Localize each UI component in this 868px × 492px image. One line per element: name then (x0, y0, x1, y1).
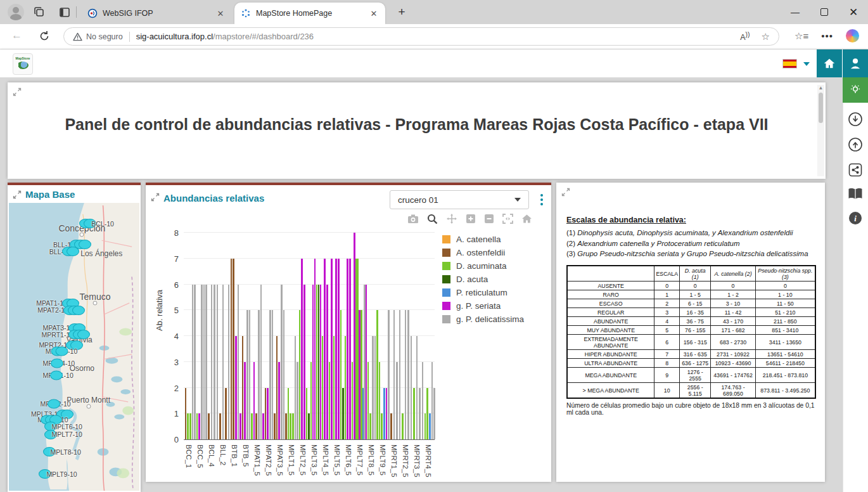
bar[interactable] (381, 413, 383, 439)
bar[interactable] (281, 285, 283, 440)
info-icon[interactable]: i (843, 205, 868, 231)
bar[interactable] (267, 388, 269, 440)
read-aloud-icon[interactable]: A)) (740, 31, 750, 42)
station-point-icon[interactable] (50, 371, 63, 380)
bar[interactable] (283, 310, 285, 439)
window-close-button[interactable]: ✕ (839, 0, 868, 24)
station-marker[interactable]: BLL-6 (49, 247, 79, 256)
window-maximize-button[interactable] (810, 0, 839, 24)
mapstore-logo[interactable]: MapStore (13, 53, 33, 75)
language-flag-spain[interactable] (782, 59, 797, 68)
bar[interactable] (374, 336, 376, 439)
bar[interactable] (231, 259, 233, 439)
expand-icon[interactable] (13, 87, 22, 96)
station-marker[interactable]: MPLT8-10 (43, 447, 81, 456)
bar[interactable] (235, 336, 237, 439)
station-point-icon[interactable] (67, 247, 79, 256)
legend-item[interactable]: g. P. delicatissima (442, 314, 539, 324)
bar[interactable] (225, 388, 227, 440)
bar[interactable] (342, 388, 344, 440)
station-marker[interactable]: MPRT3-10 (46, 347, 78, 355)
bar[interactable] (278, 362, 280, 439)
bar[interactable] (211, 285, 213, 440)
bar[interactable] (424, 413, 426, 439)
station-point-icon[interactable] (72, 306, 85, 315)
reset-home-icon[interactable] (521, 214, 532, 224)
legend-item[interactable]: D. acuta (442, 275, 539, 284)
bar[interactable] (396, 362, 398, 439)
bar[interactable] (335, 259, 337, 439)
legend-item[interactable]: A. ostenfeldii (442, 248, 539, 257)
legend-item[interactable]: g. P. seriata (442, 301, 539, 311)
station-point-icon[interactable] (51, 359, 63, 368)
bar[interactable] (185, 388, 187, 440)
station-marker[interactable]: MPRT1-10 (42, 330, 91, 339)
station-point-icon[interactable] (56, 347, 68, 356)
camera-icon[interactable] (407, 214, 419, 224)
bar[interactable] (260, 285, 262, 440)
bar[interactable] (390, 413, 392, 439)
copilot-icon[interactable] (846, 29, 859, 42)
bar[interactable] (376, 310, 378, 439)
bar[interactable] (399, 310, 401, 439)
browser-profile-avatar[interactable] (8, 4, 24, 20)
bar[interactable] (431, 362, 433, 439)
station-point-icon[interactable] (48, 399, 60, 408)
bar[interactable] (369, 413, 371, 439)
home-button[interactable] (817, 49, 842, 77)
station-marker[interactable]: MPLT2-10 (40, 400, 70, 408)
bar[interactable] (419, 388, 421, 440)
bar[interactable] (372, 336, 374, 439)
bar[interactable] (233, 259, 234, 439)
upload-icon[interactable] (843, 132, 868, 157)
base-map[interactable]: ConcepciónLos ÁngelesTemucoValdiviaOsorn… (9, 203, 139, 491)
station-point-icon[interactable] (77, 330, 90, 339)
download-icon[interactable] (843, 107, 868, 132)
station-marker[interactable]: MPLT1-10 (43, 372, 73, 379)
bar[interactable] (295, 336, 297, 439)
bar[interactable] (265, 388, 267, 440)
bar[interactable] (349, 259, 351, 439)
bar[interactable] (352, 362, 354, 439)
share-icon[interactable] (843, 157, 868, 183)
bar[interactable] (242, 336, 244, 439)
autoscale-icon[interactable] (502, 214, 513, 224)
bar[interactable] (244, 362, 246, 439)
bar[interactable] (297, 362, 298, 439)
bar[interactable] (402, 413, 404, 439)
collections-icon[interactable]: ☆≡ (795, 30, 808, 42)
bar[interactable] (345, 336, 347, 439)
bar[interactable] (386, 388, 388, 440)
bar[interactable] (239, 413, 241, 439)
bar[interactable] (196, 413, 198, 439)
bar[interactable] (413, 388, 415, 440)
bar[interactable] (379, 362, 381, 439)
legend-item[interactable]: A. catenella (442, 235, 539, 244)
bar[interactable] (320, 285, 322, 440)
bar[interactable] (340, 310, 342, 439)
site-security[interactable]: No seguro (73, 32, 123, 41)
bar[interactable] (405, 310, 407, 439)
tab-close-icon[interactable]: ✕ (215, 9, 226, 18)
reload-button[interactable] (38, 30, 51, 45)
browser-menu-icon[interactable]: ••• (821, 30, 833, 41)
bar[interactable] (262, 413, 264, 439)
bar[interactable] (272, 310, 274, 439)
bar[interactable] (208, 413, 210, 439)
bar[interactable] (308, 413, 310, 439)
bar[interactable] (249, 310, 251, 439)
tab-actions-icon[interactable] (58, 6, 71, 18)
bar[interactable] (255, 413, 257, 439)
title-scrollbar[interactable]: ▲ (817, 85, 824, 176)
widget-menu-icon[interactable] (537, 191, 546, 208)
bar[interactable] (347, 259, 348, 439)
lightbulb-button[interactable] (843, 77, 868, 103)
bar[interactable] (426, 388, 428, 440)
bar[interactable] (290, 413, 291, 439)
bar[interactable] (324, 259, 326, 439)
station-marker[interactable]: MPAT2-10 (37, 306, 85, 315)
new-tab-button[interactable]: + (394, 5, 409, 20)
bar[interactable] (288, 388, 290, 440)
bar[interactable] (292, 413, 294, 439)
bar[interactable] (433, 388, 435, 440)
